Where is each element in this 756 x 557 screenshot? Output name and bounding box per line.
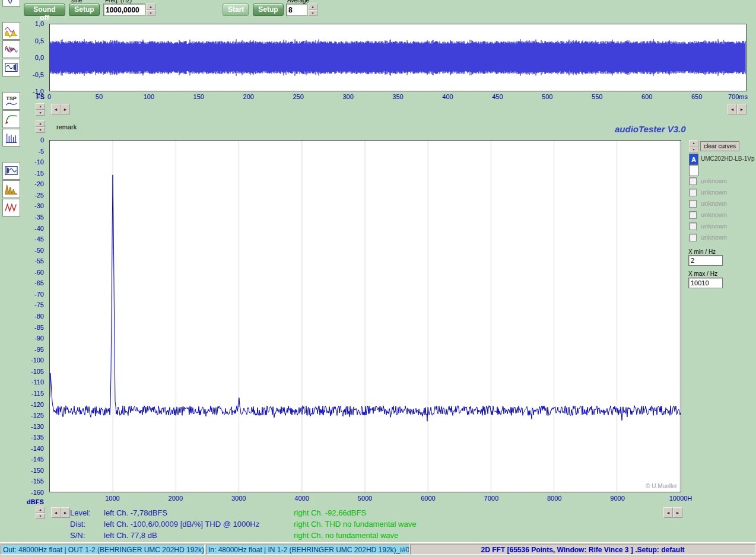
spin-up-icon[interactable]: ▲ <box>36 120 45 127</box>
fft-plot: © U.Mueller <box>49 140 681 492</box>
curve-list-item: unknown <box>689 210 755 221</box>
curve-checkbox[interactable] <box>689 222 697 230</box>
scope-scroll-right-pair[interactable]: ◄► <box>728 104 747 114</box>
curve-list-item: unknown <box>689 199 755 210</box>
fft-y-tick: -150 <box>31 467 44 474</box>
curve-checkbox[interactable] <box>689 200 697 208</box>
measurement-name: S/N: <box>70 531 85 540</box>
fft-x-tick: 10000H <box>669 495 693 502</box>
spin-down-icon[interactable]: ▼ <box>36 127 45 133</box>
measurement-name: Level: <box>70 508 91 517</box>
scope-zoom-spinner[interactable]: ▲▼ <box>36 103 45 116</box>
fft-y-tick: -110 <box>31 378 44 386</box>
fft-y-tick: -70 <box>34 291 44 298</box>
fft-y-tick: -60 <box>34 269 44 276</box>
fft-x-tick: 2000 <box>169 495 183 502</box>
curve-checkbox[interactable] <box>689 189 697 196</box>
spin-down-icon[interactable]: ▼ <box>146 10 155 17</box>
measurement-left-channel: left Ch. 77,8 dB <box>104 531 157 540</box>
spin-down-icon[interactable]: ▼ <box>36 110 45 116</box>
fft-y-tick: -10 <box>34 158 44 165</box>
spin-down-icon[interactable]: ▼ <box>36 513 45 520</box>
scope-x-tick: 300 <box>342 93 353 100</box>
curve-list-item: unknown <box>689 221 755 233</box>
spin-up-icon[interactable]: ▲ <box>36 507 45 513</box>
measurement-right-channel: right Ch. no fundamental wave <box>294 531 398 540</box>
clear-curves-button[interactable]: clear curves <box>700 141 739 151</box>
fft-y-tick: -35 <box>34 214 44 221</box>
measurement-row: Level:left Ch. -7,78dBFSright Ch. -92,66… <box>70 508 663 520</box>
frequency-input[interactable] <box>103 4 145 16</box>
fft-x-tick: 4000 <box>294 495 309 502</box>
scope-x-tick: 650 <box>691 93 702 100</box>
spin-up-icon[interactable]: ▲ <box>308 4 317 10</box>
measurement-row: Dist:left Ch. -100,6/0,0009 [dB/%] THD @… <box>70 520 663 531</box>
fft-y-tick: -135 <box>31 434 44 441</box>
scope-x-axis: FS 0501001502002503003504004505005506006… <box>0 93 756 101</box>
analyzer-setup-button[interactable]: Setup <box>253 4 284 16</box>
curve-item-label: unknown <box>701 234 727 241</box>
scope-x-tick: 700ms <box>728 93 748 100</box>
fft-y-tick: -125 <box>31 412 44 419</box>
spin-down-icon[interactable]: ▼ <box>689 147 698 153</box>
arrow-right-icon[interactable]: ► <box>737 104 747 114</box>
curve-list-item: unknown <box>689 187 755 199</box>
status-fft-info: 2D FFT [65536 Points, Window: Rife Vince… <box>410 545 755 555</box>
scope-y-tick: -0,5 <box>33 71 44 78</box>
fft-y-tick: -85 <box>34 324 44 331</box>
fft-y-tick: -50 <box>34 247 44 254</box>
curve-checkbox[interactable] <box>689 211 697 219</box>
arrow-right-icon[interactable]: ► <box>61 507 70 518</box>
frequency-spinner[interactable]: ▲▼ <box>146 4 155 16</box>
fft-x-tick: 8000 <box>547 495 561 502</box>
scope-x-tick: 350 <box>392 93 403 100</box>
measurement-right-channel: right Ch. THD no fundamental wave <box>294 520 416 529</box>
measurement-row: S/N:left Ch. 77,8 dBright Ch. no fundame… <box>70 531 663 542</box>
spin-up-icon[interactable]: ▲ <box>689 140 698 147</box>
sound-off-button[interactable]: Sound off <box>24 4 65 16</box>
fft-x-tick: 3000 <box>231 495 246 502</box>
fft-scroll-right-pair[interactable]: ◄► <box>663 507 682 518</box>
fft-y-tick: -105 <box>31 368 44 375</box>
fft-y-tick: -40 <box>34 225 44 232</box>
generator-icon[interactable] <box>2 0 20 7</box>
xmin-input[interactable] <box>688 255 723 266</box>
fft-y-tick: 0 <box>40 136 44 144</box>
fft-y-tick: -155 <box>31 478 44 485</box>
xmax-input[interactable] <box>688 278 723 288</box>
start-button[interactable]: Start <box>223 4 249 16</box>
remark-label[interactable]: remark <box>56 123 77 131</box>
audiotester-window: TSP sine Freq. (Hz) Average Sound off Se… <box>0 0 756 557</box>
scope-y-tick: 0,5 <box>35 37 44 44</box>
curve-checkbox[interactable] <box>689 234 697 241</box>
arrow-left-icon[interactable]: ◄ <box>51 104 61 114</box>
step-response-icon[interactable] <box>2 110 20 128</box>
remark-spinner[interactable]: ▲▼ <box>36 120 45 133</box>
scope-y-tick: 0,0 <box>35 54 44 61</box>
spin-down-icon[interactable]: ▼ <box>308 10 317 17</box>
curve-checkbox[interactable] <box>689 177 697 185</box>
fft-scroll-left-pair[interactable]: ◄► <box>51 507 70 518</box>
fft-y-tick: -100 <box>31 357 44 364</box>
arrow-left-icon[interactable]: ◄ <box>728 104 737 114</box>
average-input[interactable] <box>286 4 307 16</box>
arrow-left-icon[interactable]: ◄ <box>51 507 61 518</box>
spin-up-icon[interactable]: ▲ <box>146 4 155 10</box>
measurement-name: Dist: <box>70 520 85 529</box>
curve-list-item: unknown <box>689 233 755 244</box>
arrow-right-icon[interactable]: ► <box>61 104 70 114</box>
curve-slot-a[interactable]: A <box>689 154 698 165</box>
average-spinner[interactable]: ▲▼ <box>308 4 317 16</box>
arrow-left-icon[interactable]: ◄ <box>663 507 673 518</box>
fft-zoom-spinner[interactable]: ▲▼ <box>36 507 45 519</box>
curve-list-item: unknown <box>689 176 755 187</box>
scope-scroll-left-pair[interactable]: ◄► <box>51 104 70 114</box>
curve-slot-b[interactable] <box>689 165 698 176</box>
generator-setup-button[interactable]: Setup <box>69 4 100 16</box>
arrow-right-icon[interactable]: ► <box>673 507 682 518</box>
xmax-label: X max / Hz <box>688 270 717 277</box>
scope-waveform <box>50 24 746 91</box>
spin-up-icon[interactable]: ▲ <box>36 103 45 110</box>
curve-list-spinner[interactable]: ▲▼ <box>689 140 698 152</box>
fft-y-tick: -120 <box>31 401 44 408</box>
